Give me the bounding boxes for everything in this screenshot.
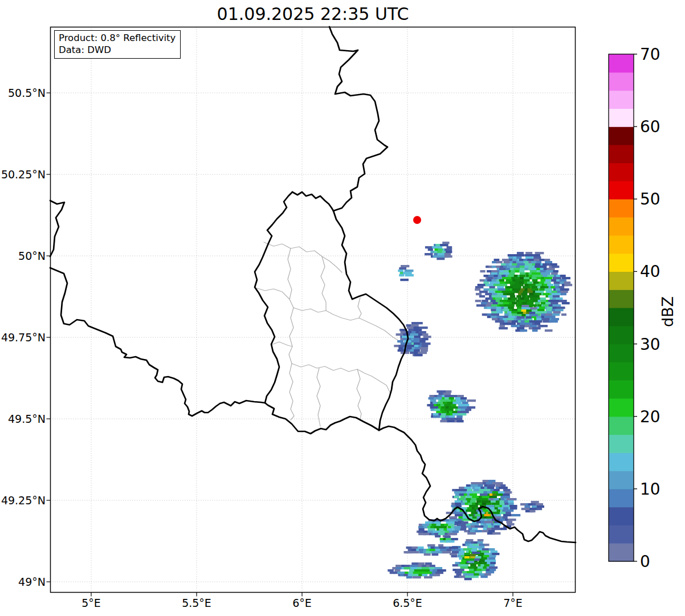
radar-cell [449, 397, 454, 399]
radar-cell [456, 569, 464, 571]
radar-cell [454, 496, 459, 498]
radar-cell [491, 313, 499, 316]
radar-cell [484, 544, 489, 546]
radar-cell [455, 521, 462, 524]
radar-cell [480, 493, 488, 496]
colorbar-tick-label: 70 [640, 45, 660, 64]
radar-cell [493, 302, 498, 304]
colorbar-band [609, 54, 634, 72]
radar-cell [532, 327, 541, 329]
radar-cell [452, 402, 462, 404]
colorbar-band [609, 235, 634, 254]
radar-cell [507, 323, 516, 325]
country-border [333, 211, 408, 430]
radar-cell [412, 576, 421, 578]
radar-cell [503, 489, 511, 491]
radar-cell [505, 512, 511, 514]
radar-cell [547, 268, 554, 270]
admin-border [292, 364, 390, 393]
radar-cell [502, 259, 509, 261]
radar-cell [446, 251, 452, 253]
radar-cell [474, 558, 480, 561]
radar-cell [424, 553, 431, 556]
radar-cell [525, 252, 532, 254]
radar-cell [403, 272, 412, 274]
radar-cell [548, 300, 554, 302]
radar-cell [473, 576, 479, 578]
radar-cell [394, 569, 400, 572]
colorbar-band [609, 489, 634, 507]
radar-cell [539, 282, 544, 284]
radar-cell [484, 564, 490, 566]
radar-cell [487, 277, 492, 279]
radar-cell [535, 302, 540, 304]
radar-cell [459, 498, 464, 500]
radar-cell [532, 279, 538, 282]
radar-cell [532, 295, 540, 297]
radar-cell [437, 390, 446, 393]
admin-border [288, 248, 293, 308]
radar-cell [405, 565, 410, 567]
radar-cell [452, 531, 459, 533]
radar-cell [445, 536, 451, 538]
radar-cell [452, 549, 460, 551]
radar-cell [503, 270, 509, 272]
radar-cell [524, 297, 529, 300]
radar-cell [484, 573, 491, 576]
page-title: 01.09.2025 22:35 UTC [0, 4, 626, 24]
radar-cell [399, 274, 404, 276]
radar-cell [520, 329, 527, 332]
radar-cell [455, 528, 460, 531]
radar-cell [428, 248, 433, 251]
colorbar-band [609, 127, 634, 145]
radar-cell [470, 493, 477, 496]
admin-border [317, 368, 320, 426]
radar-cell [470, 500, 476, 503]
radar-cell [478, 539, 484, 541]
radar-cell [446, 399, 451, 402]
radar-cell [471, 549, 476, 552]
radar-cell [447, 549, 452, 551]
radar-cell [467, 532, 476, 535]
radar-cell [470, 505, 478, 507]
radar-cell [497, 316, 504, 318]
radar-cell [553, 311, 560, 313]
radar-cell [437, 258, 445, 260]
radar-cell [452, 551, 459, 553]
colorbar-tick-label: 10 [640, 480, 660, 499]
radar-cell [430, 549, 435, 551]
radar-cell [430, 399, 437, 402]
radar-cell [422, 333, 429, 336]
colorbar-unit-label: dBZ [659, 278, 682, 346]
radar-cell [462, 519, 468, 521]
admin-border [293, 308, 403, 343]
radar-cell [553, 277, 561, 279]
radar-cell [536, 503, 543, 505]
radar-cell [501, 295, 507, 297]
radar-cell [551, 272, 558, 275]
radar-cell [526, 309, 532, 312]
radar-cell [496, 261, 503, 263]
radar-cell [553, 295, 560, 297]
radar-cell [446, 540, 454, 542]
radar-cell [476, 293, 482, 295]
radar-cell [504, 261, 511, 263]
radar-cell [489, 555, 496, 557]
radar-cell [562, 302, 570, 304]
colorbar-tick-label: 40 [640, 262, 660, 281]
radar-cell [512, 288, 517, 291]
colorbar-band [609, 108, 634, 127]
radar-cell [419, 327, 427, 329]
radar-cell [507, 318, 514, 320]
radar-cell [461, 526, 467, 528]
radar-cell [507, 523, 514, 525]
radar-cell [506, 521, 512, 523]
radar-cell [497, 286, 504, 288]
radar-cell [511, 498, 516, 500]
radar-cell [486, 505, 495, 507]
radar-cell [434, 409, 441, 411]
radar-cell [484, 553, 490, 555]
radar-cell [503, 507, 509, 509]
radar-cell [466, 496, 472, 498]
colorbar-band [609, 525, 634, 543]
